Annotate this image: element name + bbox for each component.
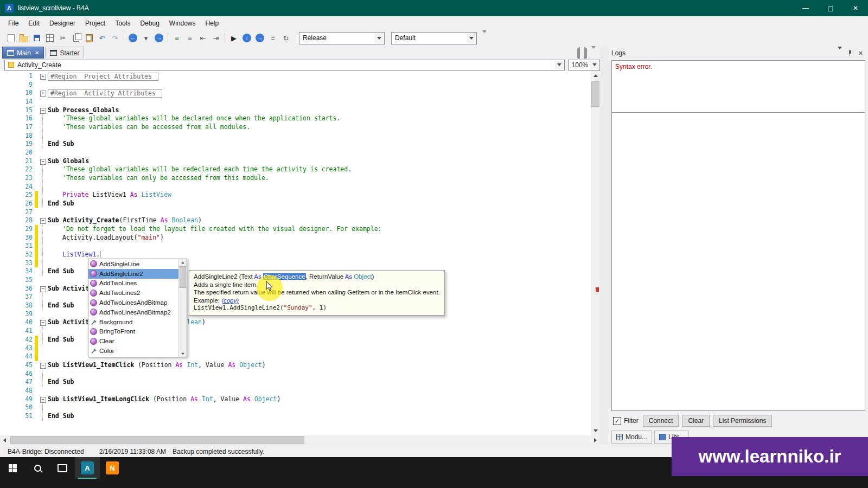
- cut-button[interactable]: ✂: [57, 32, 69, 44]
- taskbar-nox-button[interactable]: N: [100, 457, 125, 479]
- autocomplete-item-clear[interactable]: Clear: [88, 336, 178, 346]
- code-line-24: 24: [0, 183, 600, 191]
- scrollbar-thumb[interactable]: [10, 436, 304, 444]
- rebuild-button[interactable]: ↻: [280, 32, 292, 44]
- navigate-forward-button[interactable]: →: [153, 32, 165, 44]
- navigate-back-caret-button[interactable]: ▾: [140, 32, 152, 44]
- breakpoints-button[interactable]: =: [267, 32, 279, 44]
- autocomplete-item-addtwolinesandbitmap2[interactable]: AddTwoLinesAndBitmap2: [88, 307, 178, 317]
- chevron-left-icon[interactable]: [577, 49, 580, 59]
- autocomplete-item-addsingleline[interactable]: AddSingleLine: [88, 259, 178, 269]
- filter-checkbox[interactable]: ✓: [613, 417, 621, 425]
- logs-output-box[interactable]: [611, 112, 865, 411]
- resume-button[interactable]: ↓: [241, 32, 253, 44]
- paste-button[interactable]: [83, 32, 95, 44]
- caret-down-icon[interactable]: [467, 33, 476, 43]
- connect-button[interactable]: Connect: [643, 415, 679, 427]
- autocomplete-item-background[interactable]: Background: [88, 317, 178, 327]
- menu-item-project[interactable]: Project: [80, 16, 110, 30]
- uncomment-selection-button[interactable]: ≡: [184, 32, 196, 44]
- autocomplete-item-addtwolinesandbitmap[interactable]: AddTwoLinesAndBitmap: [88, 298, 178, 307]
- autocomplete-scrollbar[interactable]: [178, 259, 187, 357]
- caret-down-icon[interactable]: [375, 33, 384, 43]
- release-mode-combo[interactable]: Release: [299, 32, 385, 44]
- copy-link[interactable]: (copy): [221, 297, 239, 304]
- caret-down-icon[interactable]: [591, 49, 596, 59]
- chevron-right-icon[interactable]: [584, 49, 587, 59]
- logs-buttons: ConnectClearList Permissions: [643, 415, 773, 427]
- pin-icon[interactable]: [847, 50, 853, 56]
- panel-tab-modu[interactable]: Modu...: [611, 431, 652, 444]
- expand-icon[interactable]: +: [40, 74, 46, 80]
- navigate-back-button[interactable]: ←: [127, 32, 139, 44]
- scrollbar-thumb[interactable]: [180, 266, 186, 288]
- close-button[interactable]: ✕: [843, 0, 868, 16]
- menu-item-designer[interactable]: Designer: [44, 16, 80, 30]
- collapse-icon[interactable]: −: [40, 320, 46, 326]
- taskbar-search-button[interactable]: [25, 457, 50, 479]
- close-icon[interactable]: ✕: [35, 50, 39, 56]
- autocomplete-item-addtwolines2[interactable]: AddTwoLines2: [88, 288, 178, 298]
- autocomplete-item-bringtofront[interactable]: BringToFront: [88, 327, 178, 337]
- menu-item-tools[interactable]: Tools: [110, 16, 135, 30]
- scroll-left-icon[interactable]: [0, 435, 9, 445]
- indent-increase-button[interactable]: ⇥: [210, 32, 222, 44]
- undo-button[interactable]: ↶: [96, 32, 108, 44]
- scroll-down-icon[interactable]: [179, 350, 187, 357]
- taskbar-start-button[interactable]: [0, 457, 25, 479]
- editor-horizontal-scrollbar[interactable]: [0, 435, 600, 445]
- collapse-icon[interactable]: −: [40, 286, 46, 292]
- autocomplete-item-addtwolines[interactable]: AddTwoLines: [88, 279, 178, 288]
- maximize-button[interactable]: ▢: [818, 0, 843, 16]
- scroll-up-icon[interactable]: [179, 259, 187, 266]
- autocomplete-item-addsingleline2[interactable]: AddSingleLine2: [88, 269, 178, 279]
- designer-grid-button[interactable]: [44, 32, 56, 44]
- caret-down-icon[interactable]: [590, 61, 599, 69]
- save-button[interactable]: [31, 32, 43, 44]
- window-position-icon[interactable]: [838, 49, 842, 57]
- menu-item-file[interactable]: File: [3, 16, 23, 30]
- clear-button[interactable]: Clear: [682, 415, 710, 427]
- zoom-combo[interactable]: 100%: [568, 60, 600, 70]
- caret-down-icon[interactable]: [555, 61, 564, 69]
- menu-item-edit[interactable]: Edit: [23, 16, 44, 30]
- code-editor[interactable]: 1+#Region Project Attributes 910+#Region…: [0, 71, 600, 435]
- collapse-icon[interactable]: −: [40, 397, 46, 403]
- menu-item-windows[interactable]: Windows: [164, 16, 201, 30]
- menu-item-debug[interactable]: Debug: [135, 16, 164, 30]
- run-button[interactable]: ▶: [228, 32, 240, 44]
- minimize-button[interactable]: —: [793, 0, 818, 16]
- toolbar-overflow-icon[interactable]: [482, 33, 487, 43]
- collapse-icon[interactable]: −: [40, 363, 46, 369]
- expand-icon[interactable]: +: [40, 91, 46, 97]
- close-icon[interactable]: ✕: [858, 50, 863, 57]
- scroll-down-icon[interactable]: [591, 426, 600, 435]
- collapsed-region[interactable]: #Region Project Attributes: [48, 73, 158, 81]
- editor-vertical-scrollbar[interactable]: [591, 71, 600, 435]
- collapse-icon[interactable]: −: [40, 108, 46, 114]
- step-over-button[interactable]: →: [254, 32, 266, 44]
- taskbar-b4a-button[interactable]: A: [75, 457, 100, 479]
- list-permissions-button[interactable]: List Permissions: [713, 415, 772, 427]
- collapse-icon[interactable]: −: [40, 159, 46, 165]
- comment-selection-button[interactable]: ≡: [171, 32, 183, 44]
- collapsed-region[interactable]: #Region Activity Attributes: [48, 89, 162, 98]
- new-file-button[interactable]: [5, 32, 17, 44]
- tab-starter[interactable]: Starter: [45, 47, 84, 59]
- menu-item-help[interactable]: Help: [201, 16, 224, 30]
- collapse-icon[interactable]: −: [40, 218, 46, 224]
- copy-button[interactable]: [70, 32, 82, 44]
- panel-splitter[interactable]: [600, 46, 609, 445]
- taskbar-task-view-button[interactable]: [50, 457, 75, 479]
- redo-button[interactable]: ↷: [109, 32, 121, 44]
- open-folder-button[interactable]: [18, 32, 30, 44]
- scrollbar-thumb[interactable]: [591, 81, 599, 107]
- code-token: (Position: [153, 395, 190, 403]
- indent-decrease-button[interactable]: ⇤: [197, 32, 209, 44]
- sub-selector-combo[interactable]: Activity_Create: [4, 60, 565, 70]
- tab-main[interactable]: Main✕: [2, 47, 44, 59]
- scroll-up-icon[interactable]: [591, 71, 600, 80]
- autocomplete-item-color[interactable]: Color: [88, 346, 178, 356]
- build-config-combo[interactable]: Default: [391, 32, 477, 44]
- scroll-right-icon[interactable]: [591, 435, 600, 445]
